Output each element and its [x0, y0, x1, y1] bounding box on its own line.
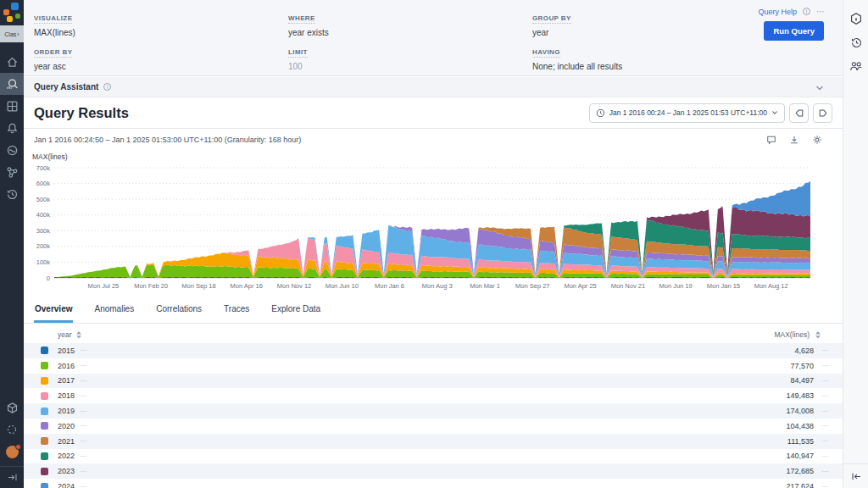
value-menu-icon[interactable]: ⋯: [814, 347, 836, 354]
svg-text:400k: 400k: [36, 211, 51, 219]
table-row[interactable]: 2019⋯174,008⋯: [24, 403, 843, 419]
max-lines-cell: 84,497: [790, 376, 814, 385]
home-icon[interactable]: [0, 51, 24, 73]
table-row[interactable]: 2023⋯172,685⋯: [24, 463, 843, 479]
table-row[interactable]: 2016⋯77,570⋯: [24, 358, 843, 374]
svg-text:Mon Nov 21: Mon Nov 21: [611, 282, 645, 290]
query-builder-icon[interactable]: [0, 73, 24, 95]
query-assistant-bar[interactable]: Query Assistant i: [24, 77, 843, 97]
settings-gear-icon[interactable]: [812, 135, 822, 145]
max-lines-column-header[interactable]: MAX(lines): [774, 330, 810, 339]
honeycomb-logo-icon[interactable]: [0, 0, 24, 25]
user-avatar[interactable]: [0, 441, 24, 463]
sidebar-bottom: [0, 396, 24, 488]
dataset-switcher[interactable]: Clas ›: [0, 25, 24, 42]
table-row[interactable]: 2018⋯149,483⋯: [24, 388, 843, 403]
stacked-area-chart[interactable]: 0100k200k300k400k500k600k700kMon Jul 25M…: [29, 161, 831, 290]
boards-icon[interactable]: [0, 95, 24, 117]
row-menu-icon[interactable]: ⋯: [80, 452, 87, 460]
query-history-icon[interactable]: [843, 30, 868, 54]
chevron-down-icon[interactable]: [815, 80, 824, 95]
value-menu-icon[interactable]: ⋯: [814, 437, 836, 445]
row-menu-icon[interactable]: ⋯: [80, 437, 87, 445]
main-content: VISUALIZE MAX(lines) WHERE year exists G…: [24, 0, 843, 488]
max-lines-cell: 149,483: [786, 391, 814, 400]
row-menu-icon[interactable]: ⋯: [80, 483, 87, 488]
max-lines-cell: 172,685: [786, 467, 814, 475]
collapse-rail-icon[interactable]: [843, 464, 868, 488]
download-icon[interactable]: [789, 135, 799, 145]
group-by-value[interactable]: year: [532, 28, 571, 37]
time-jump-back-button[interactable]: [789, 103, 809, 123]
value-menu-icon[interactable]: ⋯: [814, 452, 836, 460]
value-menu-icon[interactable]: ⋯: [814, 408, 836, 415]
row-menu-icon[interactable]: ⋯: [80, 468, 87, 475]
service-map-icon[interactable]: [0, 161, 24, 183]
tab-correlations[interactable]: Correlations: [155, 297, 203, 323]
value-menu-icon[interactable]: ⋯: [814, 362, 836, 369]
having-value[interactable]: None; include all results: [532, 62, 622, 71]
time-jump-forward-button[interactable]: [813, 103, 832, 123]
value-menu-icon[interactable]: ⋯: [814, 377, 836, 385]
order-by-field[interactable]: ORDER BY year asc: [34, 42, 72, 71]
visualize-label: VISUALIZE: [34, 14, 72, 24]
table-row[interactable]: 2024⋯217,624⋯: [24, 479, 843, 488]
year-column-header[interactable]: year: [58, 330, 72, 339]
row-menu-icon[interactable]: ⋯: [80, 347, 87, 354]
limit-field[interactable]: LIMIT 100: [288, 42, 308, 71]
slos-icon[interactable]: [0, 139, 24, 161]
svg-text:Mon Feb 20: Mon Feb 20: [134, 282, 168, 290]
svg-text:Mon Nov 12: Mon Nov 12: [277, 282, 311, 290]
activity-history-icon[interactable]: [0, 183, 24, 205]
table-row[interactable]: 2022⋯140,947⋯: [24, 449, 843, 464]
dataset-info-icon[interactable]: [843, 7, 868, 30]
where-value[interactable]: year exists: [288, 28, 329, 37]
run-query-button[interactable]: Run Query: [764, 21, 824, 41]
table-row[interactable]: 2021⋯111,535⋯: [24, 434, 843, 449]
tab-traces[interactable]: Traces: [223, 297, 250, 323]
results-table-header: year MAX(lines): [24, 327, 843, 342]
row-menu-icon[interactable]: ⋯: [80, 377, 87, 385]
limit-value[interactable]: 100: [288, 62, 308, 71]
series-color-swatch: [41, 437, 48, 445]
query-help-link[interactable]: Query Help: [758, 8, 797, 16]
expand-sidebar-icon[interactable]: [0, 466, 24, 488]
time-range-picker[interactable]: Jan 1 2016 00:24 – Jan 1 2025 01:53 UTC+…: [589, 103, 785, 123]
row-menu-icon[interactable]: ⋯: [80, 392, 87, 400]
series-color-swatch: [41, 392, 48, 400]
value-menu-icon[interactable]: ⋯: [814, 422, 836, 430]
query-more-menu[interactable]: ⋯: [816, 7, 826, 16]
having-field[interactable]: HAVING None; include all results: [532, 42, 622, 71]
page-title: Query Results: [34, 105, 129, 121]
team-activity-icon[interactable]: [843, 54, 868, 78]
value-menu-icon[interactable]: ⋯: [814, 483, 836, 488]
visualize-value[interactable]: MAX(lines): [34, 28, 75, 37]
time-range-value: Jan 1 2016 00:24 – Jan 1 2025 01:53 UTC+…: [609, 108, 767, 117]
visualize-field[interactable]: VISUALIZE MAX(lines): [34, 8, 75, 37]
where-field[interactable]: WHERE year exists: [288, 8, 329, 37]
row-menu-icon[interactable]: ⋯: [80, 408, 87, 415]
row-menu-icon[interactable]: ⋯: [80, 422, 87, 430]
limit-label: LIMIT: [288, 48, 308, 58]
group-by-field[interactable]: GROUP BY year: [532, 8, 571, 37]
triggers-bell-icon[interactable]: [0, 117, 24, 139]
table-row[interactable]: 2020⋯104,438⋯: [24, 419, 843, 434]
series-color-swatch: [41, 408, 48, 415]
value-menu-icon[interactable]: ⋯: [814, 392, 836, 400]
tab-explore-data[interactable]: Explore Data: [270, 297, 321, 323]
packages-icon[interactable]: [0, 396, 24, 419]
sort-icon[interactable]: [815, 331, 821, 339]
comment-icon[interactable]: [766, 135, 776, 145]
tab-anomalies[interactable]: Anomalies: [93, 297, 135, 323]
tab-overview[interactable]: Overview: [34, 297, 73, 323]
row-menu-icon[interactable]: ⋯: [80, 362, 87, 369]
table-row[interactable]: 2015⋯4,628⋯: [24, 343, 843, 358]
order-by-value[interactable]: year asc: [34, 62, 72, 71]
value-menu-icon[interactable]: ⋯: [814, 468, 836, 475]
sort-icon[interactable]: [76, 331, 81, 339]
query-assistant-label: Query Assistant: [34, 82, 98, 92]
help-info-icon[interactable]: i: [803, 8, 810, 15]
chart-canvas[interactable]: 0100k200k300k400k500k600k700kMon Jul 25M…: [29, 161, 831, 290]
query-assistant-info-icon[interactable]: i: [103, 83, 111, 91]
table-row[interactable]: 2017⋯84,497⋯: [24, 374, 843, 389]
